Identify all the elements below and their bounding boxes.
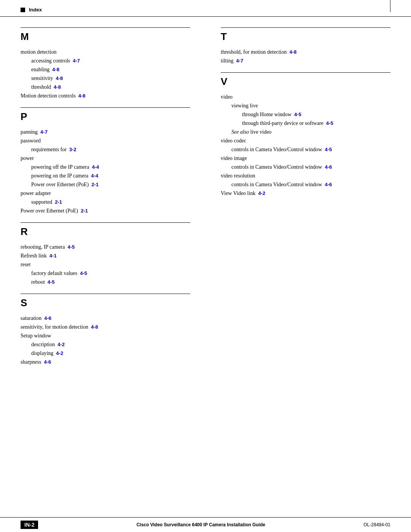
ref-link[interactable]: 4-6 [325, 182, 332, 187]
section-t: T threshold, for motion detection 4-8 ti… [221, 27, 390, 65]
list-item: description 4-2 [21, 340, 190, 348]
list-item: sensitivity 4-8 [21, 74, 190, 82]
list-item: threshold 4-8 [21, 83, 190, 91]
list-item: controls in Camera Video/Control window … [221, 163, 390, 171]
page-footer: IN-2 Cisco Video Surveillance 6400 IP Ca… [0, 517, 411, 532]
list-item: reset [21, 260, 190, 268]
footer-right-text: OL-28494-01 [363, 522, 390, 527]
list-item: Setup window [21, 332, 190, 340]
section-v: V video viewing live through Home window… [221, 72, 390, 197]
list-item: accessing controls 4-7 [21, 57, 190, 65]
ref-link[interactable]: 4-5 [80, 270, 87, 276]
list-item: threshold, for motion detection 4-8 [221, 48, 390, 56]
list-item: video [221, 93, 390, 101]
list-item: View Video link 4-2 [221, 189, 390, 197]
ref-link[interactable]: 4-7 [40, 129, 48, 135]
see-also-text: See also [231, 129, 249, 135]
page-number-label: IN-2 [21, 521, 38, 529]
list-item: through third-party device or software 4… [221, 119, 390, 127]
ref-link[interactable]: 4-8 [289, 49, 296, 55]
list-item: video resolution [221, 172, 390, 180]
section-v-letter: V [221, 76, 390, 88]
header-label: Index [29, 7, 42, 13]
section-m: M motion detection accessing controls 4-… [21, 27, 190, 100]
ref-link[interactable]: 3-2 [69, 147, 76, 152]
ref-link[interactable]: 4-5 [325, 147, 332, 152]
list-item: controls in Camera Video/Control window … [221, 145, 390, 153]
footer-center-text: Cisco Video Surveillance 6400 IP Camera … [38, 522, 363, 527]
ref-link[interactable]: 4-1 [49, 253, 57, 259]
list-item: motion detection [21, 48, 190, 56]
header-square-icon [21, 8, 25, 12]
right-column: T threshold, for motion detection 4-8 ti… [206, 21, 390, 446]
section-t-letter: T [221, 31, 390, 43]
ref-link[interactable]: 4-8 [91, 324, 98, 330]
ref-link[interactable]: 2-1 [55, 199, 62, 205]
list-item: reboot 4-5 [21, 278, 190, 286]
list-item: sharpness 4-6 [21, 358, 190, 366]
list-item: through Home window 4-5 [221, 110, 390, 118]
section-r-divider [21, 222, 190, 223]
list-item: requirements for 3-2 [21, 145, 190, 153]
list-item: Power over Ethernet (PoE) 2-1 [21, 207, 190, 215]
list-item: powering off the IP camera 4-4 [21, 163, 190, 171]
list-item: supported 2-1 [21, 198, 190, 206]
ref-link[interactable]: 4-6 [44, 315, 51, 321]
ref-link[interactable]: 4-6 [325, 164, 332, 170]
ref-link[interactable]: 4-2 [57, 342, 65, 347]
list-item: powering on the IP camera 4-4 [21, 172, 190, 180]
ref-link[interactable]: 4-4 [91, 173, 98, 179]
page-header: Index [0, 0, 411, 17]
list-item: displaying 4-2 [21, 349, 190, 357]
spacer [0, 446, 411, 518]
section-m-letter: M [21, 31, 190, 43]
list-item: power adapter [21, 189, 190, 197]
ref-link[interactable]: 4-5 [48, 279, 55, 285]
list-item: power [21, 154, 190, 162]
ref-link[interactable]: 4-8 [78, 93, 86, 99]
section-p-divider [21, 107, 190, 108]
section-s-letter: S [21, 297, 190, 309]
list-item: Refresh link 4-1 [21, 252, 190, 260]
ref-link[interactable]: 4-5 [294, 112, 301, 117]
section-v-divider [221, 72, 390, 73]
ref-link[interactable]: 4-6 [44, 359, 51, 365]
section-r: R rebooting, IP camera 4-5 Refresh link … [21, 222, 190, 286]
list-item: Power over Ethernet (PoE) 2-1 [21, 181, 190, 189]
ref-link[interactable]: 4-8 [56, 75, 63, 81]
section-t-divider [221, 27, 390, 28]
ref-link[interactable]: 4-7 [73, 58, 80, 64]
list-item: See also live video [221, 128, 390, 136]
ref-link[interactable]: 2-1 [91, 182, 99, 187]
list-item: video codec [221, 137, 390, 145]
list-item: rebooting, IP camera 4-5 [21, 243, 190, 251]
list-item: panning 4-7 [21, 128, 190, 136]
list-item: factory default values 4-5 [21, 269, 190, 277]
footer-left: IN-2 [21, 521, 38, 529]
ref-link[interactable]: 4-5 [68, 244, 75, 250]
section-p: P panning 4-7 password requirements for … [21, 107, 190, 215]
ref-link[interactable]: 4-8 [54, 84, 61, 90]
section-s-divider [21, 294, 190, 294]
list-item: controls in Camera Video/Control window … [221, 181, 390, 189]
list-item: viewing live [221, 102, 390, 110]
ref-link[interactable]: 4-8 [52, 67, 59, 72]
list-item: Motion detection controls 4-8 [21, 92, 190, 100]
ref-link[interactable]: 4-7 [236, 58, 243, 64]
left-column: M motion detection accessing controls 4-… [21, 21, 206, 446]
section-s: S saturation 4-6 sensitivity, for motion… [21, 294, 190, 366]
page-container: Index M motion detection accessing contr… [0, 0, 411, 532]
ref-link[interactable]: 2-1 [81, 208, 88, 214]
list-item: enabling 4-8 [21, 66, 190, 73]
section-m-divider [21, 27, 190, 28]
section-p-letter: P [21, 111, 190, 123]
list-item: video image [221, 154, 390, 162]
ref-link[interactable]: 4-5 [326, 120, 333, 126]
list-item: saturation 4-6 [21, 314, 190, 322]
ref-link[interactable]: 4-2 [258, 190, 265, 196]
content-area: M motion detection accessing controls 4-… [0, 17, 411, 446]
list-item: tilting 4-7 [221, 57, 390, 65]
ref-link[interactable]: 4-4 [92, 164, 99, 170]
ref-link[interactable]: 4-2 [56, 350, 63, 356]
list-item: sensitivity, for motion detection 4-8 [21, 323, 190, 331]
